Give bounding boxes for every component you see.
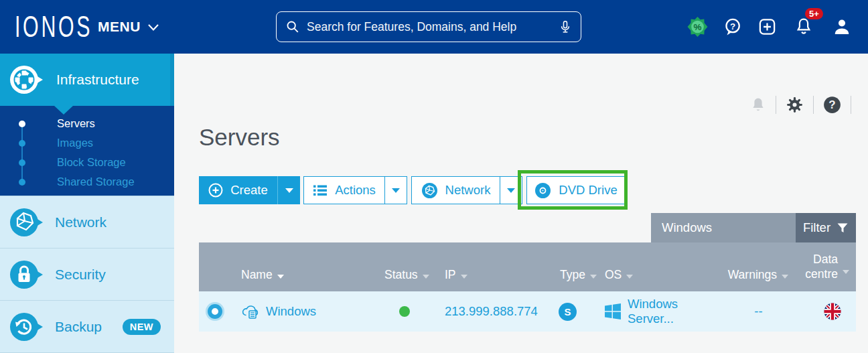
microphone-icon[interactable] xyxy=(559,19,572,35)
row-radio-selected[interactable] xyxy=(208,304,222,319)
help-chat-icon[interactable]: ? xyxy=(723,17,742,37)
column-header-status[interactable]: Status xyxy=(375,242,434,291)
infrastructure-icon xyxy=(9,64,45,95)
bullet-icon xyxy=(19,121,25,127)
row-warnings-cell: -- xyxy=(723,291,794,332)
uk-flag-icon xyxy=(824,303,841,320)
header-select-spacer xyxy=(199,242,231,291)
status-running-dot xyxy=(399,306,410,317)
server-type-badge: S xyxy=(559,303,577,321)
sidebar-item-security[interactable]: Security xyxy=(0,249,174,301)
column-label: Name xyxy=(241,268,273,282)
column-label: IP xyxy=(445,268,456,282)
actions-button[interactable]: Actions xyxy=(304,177,384,204)
page-utility-icons: ? xyxy=(750,96,861,114)
column-label: Data centre xyxy=(799,253,838,282)
table-row[interactable]: Windows 213.999.888.774 S Windows Server… xyxy=(199,291,856,332)
top-navbar: IONOS MENU % ? 5+ xyxy=(0,0,868,54)
menu-button[interactable]: MENU xyxy=(98,0,159,54)
dvd-drive-label: DVD Drive xyxy=(559,183,617,198)
create-button[interactable]: Create xyxy=(199,176,277,204)
column-label: Warnings xyxy=(728,268,777,282)
filter-button[interactable]: Filter xyxy=(796,213,856,242)
windows-logo-icon xyxy=(605,303,621,320)
sidebar-item-images[interactable]: Images xyxy=(0,133,174,153)
sidebar-item-infrastructure[interactable]: Infrastructure xyxy=(0,54,174,106)
page-help-icon[interactable]: ? xyxy=(823,96,841,114)
chevron-down-icon xyxy=(147,23,159,31)
servers-table: Name Status IP Type OS xyxy=(199,242,856,332)
disc-icon xyxy=(534,182,551,199)
network-label: Network xyxy=(445,183,491,198)
page-bell-icon[interactable] xyxy=(750,96,766,114)
row-status-cell xyxy=(375,291,434,332)
settings-gear-icon[interactable] xyxy=(786,96,804,114)
column-label: Type xyxy=(560,268,585,282)
row-select-cell xyxy=(199,291,231,332)
network-dropdown-caret[interactable] xyxy=(500,177,522,204)
column-label: OS xyxy=(605,268,622,282)
sidebar-item-label: Backup xyxy=(55,319,102,335)
column-header-datacentre[interactable]: Data centre xyxy=(794,242,856,291)
infrastructure-submenu: Servers Images Block Storage Shared Stor… xyxy=(0,106,174,196)
sidebar-item-shared-storage[interactable]: Shared Storage xyxy=(0,172,174,192)
row-datacentre-cell xyxy=(794,291,856,332)
divider xyxy=(851,96,851,114)
table-header-row: Name Status IP Type OS xyxy=(199,242,856,291)
column-header-warnings[interactable]: Warnings xyxy=(723,242,794,291)
caret-down-icon xyxy=(285,188,293,193)
submenu-label: Images xyxy=(57,137,93,149)
lock-icon xyxy=(9,259,44,290)
sidebar-item-block-storage[interactable]: Block Storage xyxy=(0,153,174,172)
ionos-logo[interactable]: IONOS xyxy=(15,8,92,45)
column-header-ip[interactable]: IP xyxy=(434,242,548,291)
server-name-link[interactable]: Windows xyxy=(266,304,316,319)
sort-caret-icon xyxy=(423,275,429,279)
caret-down-icon xyxy=(507,188,515,193)
bullet-icon xyxy=(19,140,25,147)
submenu-label: Block Storage xyxy=(57,156,126,169)
submenu-label: Shared Storage xyxy=(57,175,135,188)
actions-dropdown-caret[interactable] xyxy=(384,177,407,204)
add-product-icon[interactable] xyxy=(757,17,777,37)
sort-caret-icon xyxy=(461,275,467,279)
svg-text:?: ? xyxy=(730,21,735,31)
funnel-icon xyxy=(837,222,849,234)
search-input[interactable] xyxy=(305,19,553,35)
filter-button-label: Filter xyxy=(803,220,830,235)
notifications-bell-icon[interactable]: 5+ xyxy=(794,17,813,37)
cloud-server-icon xyxy=(241,303,260,320)
sidebar-item-network[interactable]: Network xyxy=(0,196,174,249)
sidebar-item-backup[interactable]: Backup NEW xyxy=(0,301,174,353)
divider xyxy=(776,96,776,114)
account-icon[interactable] xyxy=(833,17,851,37)
plus-circle-icon xyxy=(208,183,223,198)
toolbar: Create Actions xyxy=(199,176,629,204)
sidebar: Infrastructure Servers Images Block Stor… xyxy=(0,54,174,353)
sidebar-item-label: Security xyxy=(55,267,106,283)
bullet-icon xyxy=(19,159,25,166)
sort-caret-icon xyxy=(626,275,633,279)
filter-bar: Filter xyxy=(651,213,856,242)
sidebar-item-servers[interactable]: Servers xyxy=(0,114,174,133)
create-button-group: Create xyxy=(199,176,300,204)
dvd-button-group: DVD Drive xyxy=(526,176,626,204)
network-button[interactable]: Network xyxy=(412,177,500,204)
network-button-group: Network xyxy=(411,176,522,204)
row-name-cell[interactable]: Windows xyxy=(231,291,375,332)
filter-input[interactable] xyxy=(651,213,796,242)
column-header-os[interactable]: OS xyxy=(592,242,723,291)
server-os: Windows Server... xyxy=(628,297,723,326)
main-content: ? Servers Create xyxy=(174,54,868,353)
caret-down-icon xyxy=(392,188,400,193)
row-ip-cell[interactable]: 213.999.888.774 xyxy=(434,291,548,332)
promotions-icon[interactable]: % xyxy=(687,17,708,38)
ionos-console: IONOS MENU % ? 5+ xyxy=(0,0,868,353)
column-header-name[interactable]: Name xyxy=(231,242,375,291)
create-dropdown-caret[interactable] xyxy=(277,176,300,204)
network-icon xyxy=(9,207,44,238)
actions-button-group: Actions xyxy=(303,176,407,204)
column-header-type[interactable]: Type xyxy=(548,242,592,291)
dvd-drive-button[interactable]: DVD Drive xyxy=(527,177,625,204)
sidebar-sections: Network Security Backup NEW xyxy=(0,196,174,353)
